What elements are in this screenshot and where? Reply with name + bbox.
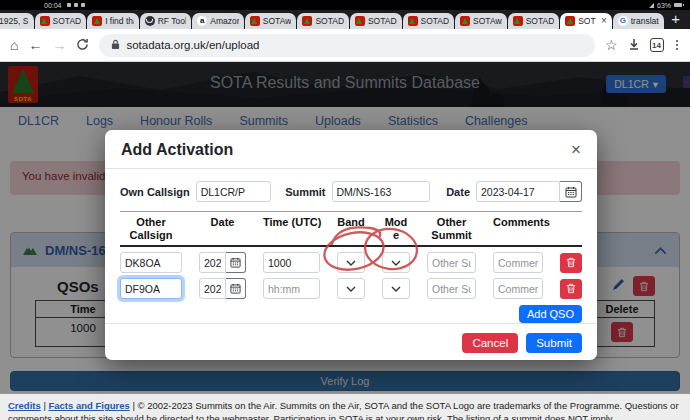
sota-favicon-icon	[355, 16, 365, 26]
rf-tools-favicon-icon	[145, 16, 155, 26]
own-callsign-input[interactable]	[196, 181, 272, 202]
browser-tab[interactable]: SOTADa	[297, 13, 349, 29]
browser-tab[interactable]: SOTADa	[403, 13, 455, 29]
amazon-favicon-icon: a	[197, 16, 207, 26]
footer-divider: |	[43, 400, 45, 411]
forward-button[interactable]: →	[52, 38, 66, 52]
google-favicon-icon: G	[618, 16, 628, 26]
mode-select[interactable]	[382, 252, 410, 273]
band-select[interactable]	[337, 278, 365, 299]
browser-tab[interactable]: 1925, S	[0, 13, 34, 29]
summit-label: Summit	[285, 186, 325, 198]
site-footer: Credits | Facts and Figures | © 2002-202…	[0, 393, 690, 420]
other-summit-input[interactable]	[427, 252, 476, 273]
calendar-icon[interactable]	[560, 181, 582, 202]
col-other-summit: Other Summit	[427, 216, 476, 242]
browser-tab[interactable]: SOTADa	[35, 13, 87, 29]
tab-label: SOTADa	[315, 16, 344, 26]
sota-favicon-icon	[92, 16, 102, 26]
chevron-down-icon	[391, 260, 401, 266]
add-qso-button[interactable]: Add QSO	[519, 305, 582, 323]
own-callsign-label: Own Callsign	[120, 186, 190, 198]
delete-row-button[interactable]	[560, 253, 582, 273]
delete-row-button[interactable]	[560, 279, 582, 299]
other-callsign-input[interactable]	[120, 252, 182, 273]
browser-tab[interactable]: SOTAwa	[455, 13, 507, 29]
browser-toolbar: ⌂ ← → sotadata.org.uk/en/upload ☆ 14	[0, 29, 690, 62]
tab-close-icon[interactable]: ×	[601, 17, 607, 25]
tab-label: SOTADa	[53, 16, 82, 26]
tab-strip: 1925, S SOTADa I find tha RF Tools aAmaz…	[0, 10, 690, 29]
sota-favicon-icon	[40, 16, 50, 26]
webview: SOTA SOTA Results and Summits Database D…	[0, 62, 690, 420]
calendar-icon[interactable]	[226, 252, 246, 273]
footer-line2: comments about this site should be direc…	[8, 412, 682, 420]
browser-tab[interactable]: RF Tools	[140, 13, 192, 29]
tab-label: SOT	[578, 16, 598, 26]
comments-input[interactable]	[493, 278, 543, 299]
calendar-icon[interactable]	[226, 278, 246, 299]
new-tab-button[interactable]: +	[665, 11, 688, 29]
browser-tab[interactable]: SOTADa	[508, 13, 560, 29]
url-text: sotadata.org.uk/en/upload	[126, 39, 259, 51]
browser-tab[interactable]: I find tha	[87, 13, 139, 29]
col-comments: Comments	[493, 216, 543, 242]
date-input[interactable]	[476, 181, 560, 202]
tab-label: Amazon	[210, 16, 239, 26]
address-field[interactable]: sotadata.org.uk/en/upload	[99, 34, 594, 57]
tab-label: 1925, S	[0, 16, 29, 26]
download-button[interactable]	[628, 38, 640, 52]
qso-date-input[interactable]	[199, 252, 226, 273]
col-band: Band	[337, 216, 365, 242]
reload-button[interactable]	[76, 38, 89, 53]
modal-close-icon[interactable]: ×	[571, 143, 581, 157]
notification-icons	[67, 3, 85, 7]
home-button[interactable]: ⌂	[10, 38, 18, 52]
browser-tab[interactable]: Gtranslate	[613, 13, 665, 29]
band-select[interactable]	[337, 252, 365, 273]
qso-row	[120, 278, 582, 299]
cancel-button[interactable]: Cancel	[462, 333, 518, 353]
other-callsign-input[interactable]	[120, 278, 182, 299]
browser-tab[interactable]: SOTAwa	[245, 13, 297, 29]
browser-tab[interactable]: SOTADa	[350, 13, 402, 29]
tab-label: SOTADa	[368, 16, 397, 26]
qso-date-input[interactable]	[199, 278, 226, 299]
battery-icon	[674, 3, 682, 7]
mode-select[interactable]	[382, 278, 410, 299]
facts-and-figures-link[interactable]: Facts and Figures	[48, 400, 129, 411]
footer-copyright: © 2002-2023 Summits on the Air. Summits …	[138, 400, 679, 411]
tab-switcher-button[interactable]: 14	[650, 38, 664, 52]
qso-time-input[interactable]	[263, 278, 320, 299]
tab-label: translate	[631, 16, 660, 26]
tab-label: RF Tools	[158, 16, 187, 26]
chevron-down-icon	[346, 260, 356, 266]
date-label: Date	[446, 186, 470, 198]
chevron-down-icon	[391, 286, 401, 292]
credits-link[interactable]: Credits	[8, 400, 41, 411]
sota-favicon-icon	[565, 16, 575, 26]
browser-menu-button[interactable]	[674, 38, 681, 53]
tab-label: I find tha	[105, 16, 134, 26]
add-activation-modal: Add Activation × Own Callsign Summit Dat…	[105, 130, 597, 360]
summit-input[interactable]	[332, 181, 431, 202]
tab-label: SOTAwa	[263, 16, 292, 26]
comments-input[interactable]	[493, 252, 543, 273]
browser-tab-active[interactable]: SOT×	[560, 13, 612, 29]
qso-time-input[interactable]	[263, 252, 320, 273]
signal-icon	[649, 3, 654, 8]
other-summit-input[interactable]	[427, 278, 476, 299]
sota-favicon-icon	[250, 16, 260, 26]
sota-favicon-icon	[460, 16, 470, 26]
submit-button[interactable]: Submit	[526, 333, 582, 353]
sota-favicon-icon	[513, 16, 523, 26]
bookmark-star-button[interactable]: ☆	[605, 38, 618, 52]
back-button[interactable]: ←	[28, 38, 42, 52]
col-other-callsign: Other Callsign	[120, 216, 182, 242]
lock-icon	[111, 36, 120, 54]
chevron-down-icon	[346, 286, 356, 292]
col-time-utc: Time (UTC)	[263, 216, 320, 242]
browser-tab[interactable]: aAmazon	[192, 13, 244, 29]
battery-percent: 63%	[657, 2, 671, 9]
clock: 00:04	[44, 2, 62, 9]
